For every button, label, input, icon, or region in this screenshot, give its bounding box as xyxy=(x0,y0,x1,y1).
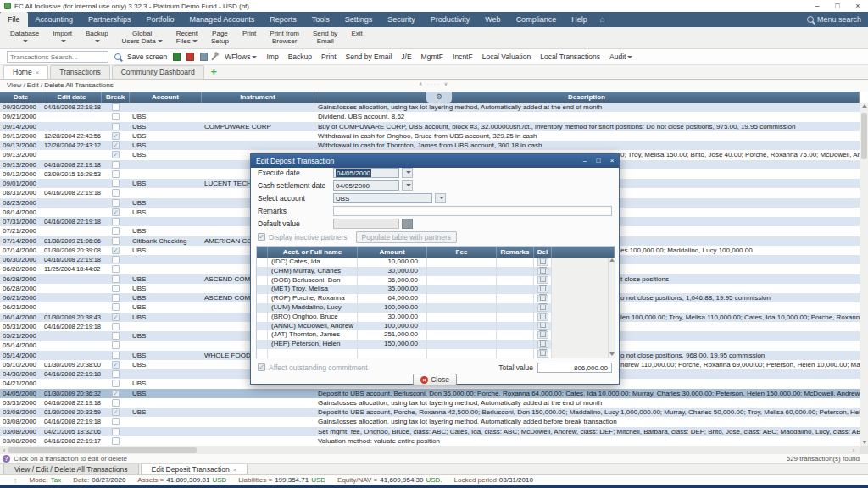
delete-partner-button[interactable] xyxy=(537,341,548,348)
toolbar-button-j-e[interactable]: J/E xyxy=(401,53,411,61)
menu-item-security[interactable]: Security xyxy=(380,12,423,27)
ribbon-item-import[interactable]: Import xyxy=(46,27,79,45)
dialog-minimize-button[interactable]: – xyxy=(578,154,592,168)
panel-collapse-toggle[interactable]: ∧ ···· ∨ xyxy=(419,80,449,86)
dialog-title-bar[interactable]: Edit Deposit Transaction – □ × xyxy=(251,154,619,168)
partner-row[interactable]: (JAT) Thornton, James251,000.00 xyxy=(257,330,615,340)
break-checkbox[interactable] xyxy=(112,408,120,416)
ribbon-item-print[interactable]: Print xyxy=(236,27,263,45)
column-header-date[interactable]: Date xyxy=(0,92,42,103)
scroll-thumb[interactable] xyxy=(8,447,197,453)
close-dialog-button[interactable]: × Close xyxy=(413,374,457,385)
table-row[interactable]: 03/08/200001/30/2009 20:33:59UBSDeposit … xyxy=(0,408,860,417)
break-checkbox[interactable] xyxy=(112,199,120,207)
pin-icon[interactable] xyxy=(212,53,218,60)
toolbar-button-mgmtf[interactable]: MgmtF xyxy=(421,53,443,61)
delete-partner-button[interactable] xyxy=(537,268,548,275)
affect-commitment-checkbox[interactable] xyxy=(258,363,265,371)
delete-partner-button[interactable] xyxy=(537,286,548,293)
break-checkbox[interactable] xyxy=(112,399,120,407)
minimize-button[interactable]: – xyxy=(807,0,827,12)
display-inactive-checkbox[interactable] xyxy=(258,233,265,241)
ribbon-item-send-by[interactable]: Send byEmail xyxy=(306,27,344,45)
menu-item-help[interactable]: Help xyxy=(564,12,595,27)
menu-item-productivity[interactable]: Productivity xyxy=(423,12,478,27)
pdf-export-icon[interactable] xyxy=(186,53,194,61)
toolbar-button-audit[interactable]: Audit xyxy=(609,53,632,61)
delete-partner-button[interactable] xyxy=(537,350,548,358)
break-checkbox[interactable] xyxy=(112,418,120,425)
toolbar-button-send-by-email[interactable]: Send by Email xyxy=(346,53,392,61)
arrow-up-icon[interactable]: ↑ xyxy=(14,476,18,485)
execute-date-input[interactable]: 04/05/2000 xyxy=(333,168,399,178)
table-row[interactable]: 09/13/200012/28/2004 22:43:12UBSWithdraw… xyxy=(0,141,860,150)
partner-row[interactable]: (HEP) Peterson, Helen150,000.00 xyxy=(257,340,615,349)
break-checkbox[interactable] xyxy=(112,380,120,387)
scroll-thumb[interactable] xyxy=(861,113,867,159)
maximize-button[interactable]: □ xyxy=(827,0,848,12)
toolbar-button-local-transactions[interactable]: Local Transactions xyxy=(540,53,600,61)
break-checkbox[interactable] xyxy=(112,247,120,254)
partner-row[interactable]: (ROP) Porche, Roxanna64,000.00 xyxy=(257,294,615,303)
break-checkbox[interactable] xyxy=(112,428,120,435)
toolbar-button-imp[interactable]: Imp xyxy=(266,53,278,61)
ribbon-item-global[interactable]: GlobalUsers Data xyxy=(115,27,170,45)
break-checkbox[interactable] xyxy=(112,227,120,235)
table-row[interactable]: 03/31/200004/16/2008 22:19:18Gains/losse… xyxy=(0,398,860,408)
break-checkbox[interactable] xyxy=(112,285,120,292)
column-header-account[interactable]: Account xyxy=(130,92,202,103)
toolbar-button-print[interactable]: Print xyxy=(321,53,336,61)
calculator-icon[interactable] xyxy=(200,53,208,61)
break-checkbox[interactable] xyxy=(112,313,120,321)
scroll-up-icon[interactable] xyxy=(609,258,615,262)
transactions-search-input[interactable] xyxy=(7,51,108,63)
break-checkbox[interactable] xyxy=(112,352,120,359)
toolbar-button-wflows[interactable]: WFlows xyxy=(225,53,257,61)
partner-row[interactable]: (DOB) Berlusconi, Don36,000.00 xyxy=(257,276,615,286)
cash-settlement-input[interactable]: 04/05/2000 xyxy=(333,180,399,191)
break-checkbox[interactable] xyxy=(112,275,120,283)
column-header-description[interactable]: Description xyxy=(314,92,860,103)
menu-item-compliance[interactable]: Compliance xyxy=(509,12,565,27)
break-checkbox[interactable] xyxy=(112,151,120,158)
scroll-down-icon[interactable] xyxy=(862,441,867,444)
menu-item-web[interactable]: Web xyxy=(477,12,508,27)
delete-partner-button[interactable] xyxy=(537,304,548,312)
scroll-left-icon[interactable]: ‹ xyxy=(0,446,8,454)
break-checkbox[interactable] xyxy=(112,103,120,111)
ribbon-item-backup[interactable]: Backup xyxy=(79,27,115,45)
tab-home[interactable]: Home× xyxy=(3,65,48,79)
break-checkbox[interactable] xyxy=(112,332,120,340)
populate-table-button[interactable]: Populate table with partners xyxy=(356,231,457,243)
menu-item-settings[interactable]: Settings xyxy=(337,12,381,27)
search-icon[interactable] xyxy=(114,53,121,60)
delete-partner-button[interactable] xyxy=(537,276,548,284)
break-checkbox[interactable] xyxy=(112,208,120,216)
delete-partner-button[interactable] xyxy=(537,331,548,339)
menu-item-managed-accounts[interactable]: Managed Accounts xyxy=(182,12,263,27)
save-screen-button[interactable]: Save screen xyxy=(127,53,167,61)
break-checkbox[interactable] xyxy=(112,132,120,140)
break-checkbox[interactable] xyxy=(112,341,120,349)
break-checkbox[interactable] xyxy=(112,161,120,169)
scroll-up-icon[interactable] xyxy=(862,104,867,108)
table-row[interactable]: 03/08/200004/16/2008 22:19:17Valuation m… xyxy=(0,436,860,446)
break-checkbox[interactable] xyxy=(112,323,120,330)
delete-partner-button[interactable] xyxy=(537,313,548,321)
partner-row[interactable]: (CHM) Murray, Charles30,000.00 xyxy=(257,267,615,276)
default-value-input[interactable] xyxy=(333,219,399,229)
table-row[interactable]: 09/14/2000UBSCOMPUWARE CORPBuy of COMPUW… xyxy=(0,122,860,131)
break-checkbox[interactable] xyxy=(112,294,120,302)
break-checkbox[interactable] xyxy=(112,256,120,263)
horizontal-scrollbar[interactable]: ‹ › xyxy=(0,446,868,454)
close-button[interactable]: × xyxy=(848,0,868,12)
tab-community-dashboard[interactable]: Community Dashboard xyxy=(112,65,204,79)
table-row[interactable]: 09/30/200004/16/2008 22:19:18Gains/losse… xyxy=(0,103,860,112)
partner-row[interactable]: (LUM) Maddalino, Lucy100,000.00 xyxy=(257,303,615,313)
table-row[interactable]: 03/08/200004/21/2005 18:32:06Set mgmt. f… xyxy=(0,427,860,436)
dialog-maximize-button[interactable]: □ xyxy=(592,154,605,168)
ribbon-item-print-from[interactable]: Print fromBrowser xyxy=(263,27,306,45)
ribbon-item-database[interactable]: Database xyxy=(3,27,46,45)
menu-item-file[interactable]: File xyxy=(0,12,28,27)
break-checkbox[interactable] xyxy=(112,265,120,273)
